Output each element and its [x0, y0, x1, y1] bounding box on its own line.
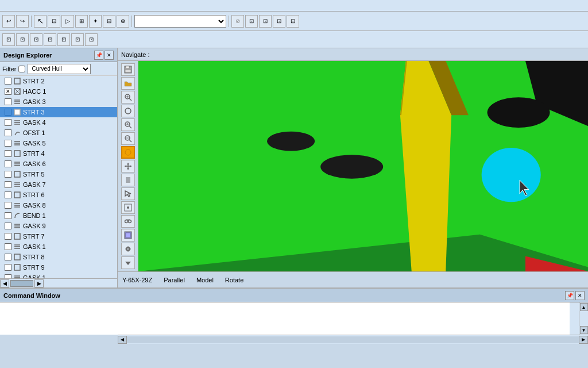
- tree-item-gask5[interactable]: GASK 5: [0, 138, 117, 148]
- close-panel-button[interactable]: ✕: [105, 51, 114, 60]
- tool-7[interactable]: ⊡: [85, 33, 98, 46]
- view-btn-2[interactable]: ⊡: [245, 15, 258, 28]
- tree-item-strt6[interactable]: STRT 6: [0, 190, 117, 200]
- checkbox-strt3[interactable]: [5, 109, 11, 116]
- checkbox-strt6[interactable]: [5, 191, 11, 198]
- vt-active-btn[interactable]: [121, 146, 135, 159]
- checkbox-gask9[interactable]: [5, 223, 11, 229]
- view-btn-4[interactable]: ⊡: [273, 15, 285, 28]
- redo-button[interactable]: ↪: [16, 15, 29, 28]
- viewport-nav-bar: Navigate :: [118, 48, 588, 61]
- tree-item-strt8[interactable]: STRT 8: [0, 252, 117, 262]
- vt-view-btn[interactable]: [121, 201, 135, 214]
- command-pin-button[interactable]: 📌: [565, 291, 574, 300]
- label-strt6: STRT 6: [23, 191, 45, 198]
- checkbox-strt8[interactable]: [5, 254, 11, 260]
- tool-1[interactable]: ⊡: [2, 33, 15, 46]
- view-btn-5[interactable]: ⊡: [287, 15, 299, 28]
- tree-item-gask3[interactable]: GASK 3: [0, 97, 117, 107]
- checkbox-strt4[interactable]: [5, 150, 11, 157]
- command-scrollbar-v[interactable]: ▲ ▼: [579, 302, 588, 335]
- toolbar-btn-6[interactable]: ⊕: [117, 15, 129, 28]
- vt-zoom-in-btn[interactable]: [121, 118, 135, 131]
- view-btn-3[interactable]: ⊡: [259, 15, 272, 28]
- command-close-button[interactable]: ✕: [575, 291, 585, 300]
- tree-item-strt4[interactable]: STRT 4: [0, 148, 117, 159]
- vt-render-btn[interactable]: [121, 229, 135, 241]
- vt-move-btn[interactable]: [121, 160, 135, 172]
- checkbox-strt5[interactable]: [5, 171, 11, 178]
- tree-item-strt3[interactable]: STRT 3: [0, 107, 117, 117]
- tree-item-gask4[interactable]: GASK 4: [0, 117, 117, 128]
- scroll-right-btn[interactable]: ▶: [34, 279, 44, 288]
- toolbar-btn-3[interactable]: ⊞: [75, 15, 88, 28]
- tool-4[interactable]: ⊡: [44, 33, 56, 46]
- checkbox-strt7[interactable]: [5, 233, 11, 240]
- checkbox-gask10[interactable]: [5, 243, 11, 250]
- vt-open-btn[interactable]: [121, 77, 135, 90]
- cmd-scroll-up[interactable]: ▲: [580, 303, 588, 311]
- toolbar-btn-4[interactable]: ✦: [89, 15, 102, 28]
- svg-rect-88: [126, 233, 130, 237]
- cmd-scroll-left[interactable]: ◀: [118, 336, 127, 344]
- checkbox-gask3[interactable]: [5, 98, 11, 105]
- pin-button[interactable]: 📌: [94, 51, 103, 60]
- tool-5[interactable]: ⊡: [57, 33, 70, 46]
- filter-checkbox[interactable]: [18, 66, 25, 72]
- checkbox-gask8[interactable]: [5, 202, 11, 209]
- checkbox-ofst1[interactable]: [5, 129, 11, 136]
- filter-select[interactable]: Curved Hull: [28, 64, 91, 74]
- svg-rect-55: [126, 66, 129, 68]
- tree-item-gask6[interactable]: GASK 6: [0, 159, 117, 169]
- tree-scrollbar[interactable]: ◀ ▶: [0, 278, 117, 288]
- checkbox-gask4[interactable]: [5, 119, 11, 126]
- checkbox-gask7[interactable]: [5, 181, 11, 188]
- vt-rotate-btn[interactable]: [121, 105, 135, 117]
- tree-item-gask8[interactable]: GASK 8: [0, 200, 117, 210]
- tree-item-gask9[interactable]: GASK 9: [0, 221, 117, 231]
- scroll-left-btn[interactable]: ◀: [0, 279, 9, 288]
- checkbox-strt2[interactable]: [5, 78, 11, 85]
- checkbox-bend1[interactable]: [5, 212, 11, 219]
- checkbox-strt9[interactable]: [5, 264, 11, 271]
- view-btn-1[interactable]: ⊘: [231, 15, 244, 28]
- tree-item-gask7[interactable]: GASK 7: [0, 179, 117, 190]
- vt-down-arrow-btn[interactable]: [121, 256, 135, 269]
- vt-select-btn[interactable]: [121, 187, 135, 200]
- tool-3[interactable]: ⊡: [30, 33, 42, 46]
- cmd-scroll-down[interactable]: ▼: [580, 326, 588, 334]
- toolbar-btn-5[interactable]: ⊟: [103, 15, 115, 28]
- toolbar-btn-2[interactable]: ▷: [61, 15, 74, 28]
- status-view: Parallel: [164, 277, 185, 283]
- tree-container[interactable]: STRT 2 ✕ HACC 1 GASK 3 S: [0, 76, 117, 278]
- tree-item-strt5[interactable]: STRT 5: [0, 169, 117, 179]
- vt-snap-btn[interactable]: [121, 243, 135, 255]
- vt-zoom-out-btn[interactable]: [121, 132, 135, 145]
- tree-item-gask10[interactable]: GASK 1: [0, 241, 117, 252]
- checkbox-gask6[interactable]: [5, 160, 11, 167]
- tutorial-select[interactable]: TUTORIAL: [134, 15, 226, 28]
- cmd-scroll-right[interactable]: ▶: [579, 336, 588, 344]
- tree-item-ofst1[interactable]: OFST 1: [0, 128, 117, 138]
- viewport[interactable]: Navigate :: [118, 48, 588, 288]
- tree-item-hacc1[interactable]: ✕ HACC 1: [0, 86, 117, 97]
- tree-item-strt9[interactable]: STRT 9: [0, 262, 117, 273]
- tree-item-gask11[interactable]: GASK 1: [0, 273, 117, 278]
- vt-measure-btn[interactable]: [121, 215, 135, 228]
- tree-item-strt2[interactable]: STRT 2: [0, 76, 117, 86]
- tree-item-bend1[interactable]: BEND 1: [0, 210, 117, 221]
- vt-pan-btn[interactable]: [121, 174, 135, 186]
- tree-item-strt7[interactable]: STRT 7: [0, 231, 117, 241]
- checkbox-gask11[interactable]: [5, 274, 11, 278]
- select-button[interactable]: ↖: [34, 15, 47, 28]
- checkbox-gask5[interactable]: [5, 140, 11, 147]
- undo-button[interactable]: ↩: [2, 15, 15, 28]
- vt-zoom-extent-btn[interactable]: [121, 91, 135, 103]
- tool-2[interactable]: ⊡: [16, 33, 29, 46]
- tool-6[interactable]: ⊡: [71, 33, 84, 46]
- canvas-area[interactable]: [138, 61, 588, 271]
- vt-save-btn[interactable]: [121, 63, 135, 76]
- command-scrollbar-h[interactable]: ◀ ▶: [118, 335, 588, 344]
- checkbox-hacc1[interactable]: ✕: [5, 88, 11, 95]
- toolbar-btn-1[interactable]: ⊡: [48, 15, 60, 28]
